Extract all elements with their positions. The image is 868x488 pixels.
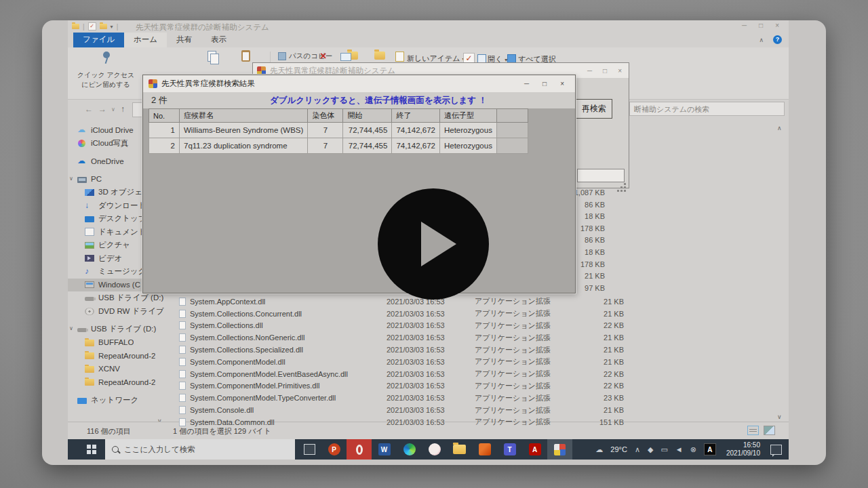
- search-input[interactable]: 断補助システムの検索: [629, 102, 785, 116]
- scroll-up-icon[interactable]: ∧: [777, 125, 782, 131]
- caret-down-icon[interactable]: ▾: [111, 24, 113, 30]
- text-field[interactable]: [577, 169, 625, 182]
- checkmark-icon[interactable]: ✓: [88, 22, 96, 30]
- file-row[interactable]: System.Collections.Specialized.dll 2021/…: [167, 344, 777, 356]
- file-row[interactable]: System.Collections.Concurrent.dll 2021/0…: [167, 308, 777, 320]
- taskbar-app[interactable]: [397, 439, 422, 460]
- system-tray: ☁ 29°C ∧ ◆ ▭ ◄ ⊗ A 16:50 2021/09/10: [595, 439, 782, 460]
- file-row[interactable]: System.AppContext.dll 2021/03/03 16:53 ア…: [167, 296, 777, 308]
- start-position: 72,744,455: [343, 123, 392, 138]
- column-header[interactable]: No.: [149, 109, 180, 123]
- file-row[interactable]: System.ComponentModel.TypeConverter.dll …: [167, 392, 777, 404]
- dll-file-icon: [179, 298, 186, 306]
- maximize-button[interactable]: □: [603, 67, 607, 75]
- file-type: アプリケーション拡張: [475, 333, 573, 343]
- sidebar-item[interactable]: RepeatAround-2: [68, 375, 165, 389]
- recent-dropdown-icon[interactable]: ∨: [111, 106, 115, 113]
- x-circle-icon[interactable]: ⊗: [690, 439, 696, 460]
- forward-icon[interactable]: →: [98, 104, 106, 114]
- maximize-button[interactable]: □: [542, 80, 547, 87]
- result-row[interactable]: 1 Williams-Beuren Syndrome (WBS) 7 72,74…: [149, 123, 528, 138]
- file-name: System.Collections.dll: [190, 321, 387, 329]
- column-header[interactable]: 染色体: [308, 109, 343, 123]
- taskbar-search[interactable]: ここに入力して検索: [105, 439, 295, 460]
- file-type: アプリケーション拡張: [475, 381, 573, 391]
- paste-icon: [241, 50, 250, 62]
- taskbar-app[interactable]: T: [497, 439, 522, 460]
- ime-indicator[interactable]: A: [704, 443, 716, 455]
- file-row[interactable]: System.ComponentModel.dll 2021/03/03 16:…: [167, 356, 777, 368]
- move-to-icon[interactable]: [374, 52, 385, 60]
- close-button[interactable]: ×: [560, 80, 564, 87]
- minimize-button[interactable]: ─: [742, 22, 747, 29]
- file-size: 21 KB: [573, 358, 624, 366]
- taskbar-app[interactable]: A: [522, 439, 547, 460]
- ribbon-tab[interactable]: 共有: [167, 33, 201, 47]
- file-row[interactable]: System.Console.dll 2021/03/03 16:53 アプリケ…: [167, 404, 777, 416]
- taskbar-app[interactable]: [472, 439, 497, 460]
- play-button[interactable]: [378, 188, 489, 300]
- file-row[interactable]: System.Collections.dll 2021/03/03 16:53 …: [167, 320, 777, 332]
- ribbon-tab[interactable]: 表示: [201, 33, 236, 47]
- maximize-button[interactable]: □: [759, 22, 763, 29]
- file-list: System.AppContext.dll 2021/03/03 16:53 ア…: [167, 296, 777, 428]
- back-icon[interactable]: ←: [85, 104, 93, 114]
- show-hidden-icons[interactable]: ∧: [635, 439, 640, 460]
- research-button[interactable]: 再検索: [576, 99, 612, 119]
- folder-icon[interactable]: [72, 24, 79, 29]
- temperature[interactable]: 29°C: [610, 445, 627, 453]
- ribbon-tab[interactable]: ファイル: [73, 33, 124, 47]
- resize-grip[interactable]: [624, 183, 626, 185]
- help-icon[interactable]: ?: [773, 35, 782, 44]
- dropbox-icon[interactable]: ◆: [648, 439, 653, 460]
- taskbar-app[interactable]: [447, 439, 472, 460]
- taskbar-app[interactable]: [422, 439, 447, 460]
- close-button[interactable]: ×: [775, 22, 779, 29]
- action-center-icon[interactable]: [770, 445, 782, 455]
- collapse-ribbon-icon[interactable]: ∧: [759, 37, 764, 43]
- dialog-titlebar[interactable]: 先天性異常症候群検索結果 ─ □ ×: [143, 75, 575, 92]
- folder-icon[interactable]: [100, 24, 107, 29]
- column-header[interactable]: 遺伝子型: [439, 109, 496, 123]
- sidebar-item[interactable]: USB ドライブ (D:): [68, 323, 165, 336]
- file-name: System.ComponentModel.TypeConverter.dll: [190, 394, 387, 402]
- column-header[interactable]: 終了: [392, 109, 440, 123]
- task-view-icon[interactable]: [304, 444, 315, 455]
- taskbar-app[interactable]: P: [321, 439, 347, 460]
- taskbar-app[interactable]: W: [372, 439, 397, 460]
- file-date: 2021/03/03 16:53: [387, 358, 475, 366]
- ribbon-tab[interactable]: ホーム: [124, 33, 167, 47]
- dialog-window-controls: ─ □ ×: [524, 80, 570, 87]
- device-icon[interactable]: ▭: [660, 439, 667, 460]
- scroll-down-icon[interactable]: ∨: [777, 413, 782, 420]
- minimize-button[interactable]: ─: [524, 80, 529, 87]
- clock[interactable]: 16:50 2021/09/10: [726, 441, 760, 458]
- sidebar-item[interactable]: BUFFALO: [68, 336, 165, 350]
- file-row[interactable]: System.ComponentModel.Primitives.dll 202…: [167, 380, 777, 392]
- column-header[interactable]: 開始: [343, 109, 392, 123]
- sidebar-item[interactable]: ネットワーク: [68, 394, 165, 407]
- minimize-button[interactable]: ─: [587, 67, 592, 75]
- copy-icon: [208, 51, 216, 62]
- file-row[interactable]: System.ComponentModel.EventBasedAsync.dl…: [167, 368, 777, 380]
- weather-cloud-icon[interactable]: ☁: [595, 439, 603, 460]
- up-icon[interactable]: ↑: [121, 104, 125, 114]
- start-button[interactable]: [80, 439, 103, 460]
- file-row[interactable]: System.Data.Common.dll 2021/03/03 16:53 …: [167, 416, 777, 428]
- volume-icon[interactable]: ◄: [675, 439, 683, 460]
- sidebar-item[interactable]: XCNV: [68, 363, 165, 376]
- taskbar-app[interactable]: [547, 439, 572, 460]
- file-row[interactable]: System.Collections.NonGeneric.dll 2021/0…: [167, 331, 777, 344]
- close-button[interactable]: ×: [618, 67, 622, 75]
- delete-icon[interactable]: ×: [320, 50, 326, 62]
- pin-to-quick-access-button[interactable]: クイック アクセス にピン留めする: [73, 70, 138, 89]
- column-header[interactable]: 症候群名: [180, 109, 308, 123]
- sidebar-item[interactable]: RepeatAround-2: [68, 349, 165, 363]
- word-icon: W: [378, 443, 391, 455]
- sidebar-item[interactable]: DVD RW ドライブ: [68, 305, 165, 319]
- taskbar-app[interactable]: [347, 439, 372, 460]
- quick-access-toolbar: | ✓ ▾ |: [72, 22, 118, 30]
- row-number: 2: [149, 138, 180, 154]
- result-row[interactable]: 2 7q11.23 duplication syndrome 7 72,744,…: [149, 138, 528, 154]
- rename-icon[interactable]: [340, 53, 351, 61]
